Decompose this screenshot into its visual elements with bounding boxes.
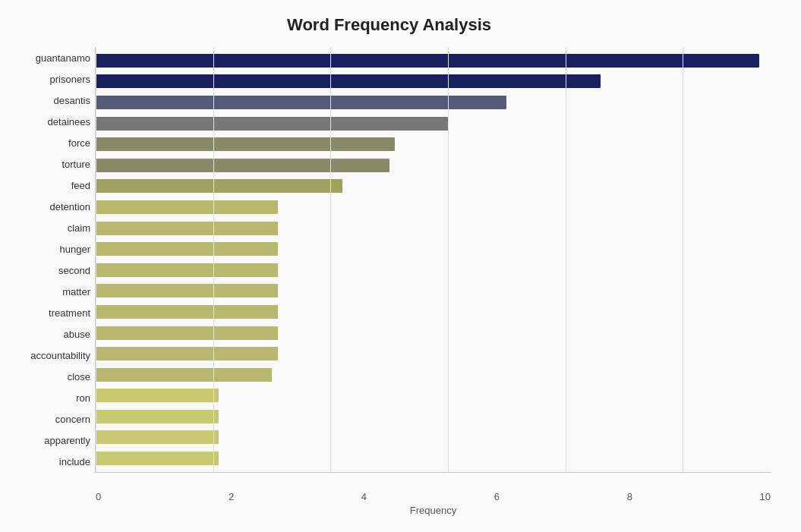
- bar-row: [96, 262, 771, 279]
- bar: [96, 242, 278, 256]
- bar: [96, 200, 278, 214]
- bar: [96, 117, 448, 131]
- y-axis-label: claim: [8, 223, 90, 233]
- y-axis-label: ron: [8, 393, 90, 403]
- bar: [96, 263, 278, 277]
- bar-row: [96, 157, 771, 174]
- grid-line: [566, 47, 566, 472]
- bar-row: [96, 115, 771, 132]
- y-axis-label: second: [8, 266, 90, 275]
- y-axis-label: detention: [8, 202, 90, 212]
- y-axis-label: close: [8, 372, 90, 382]
- bar: [96, 410, 219, 423]
- x-axis: 0246810: [96, 491, 771, 502]
- y-axis-label: prisoners: [8, 74, 90, 84]
- bars-wrapper: [96, 47, 771, 472]
- bar: [96, 54, 759, 68]
- y-axis-label: force: [8, 138, 90, 148]
- y-axis-labels: guantanamoprisonersdesantisdetaineesforc…: [8, 47, 95, 473]
- x-tick: 0: [96, 491, 101, 502]
- x-tick: 4: [361, 491, 367, 502]
- y-axis-label: include: [8, 457, 90, 467]
- y-axis-label: hunger: [8, 244, 90, 254]
- bar-row: [96, 178, 771, 194]
- y-axis-label: apparently: [8, 436, 90, 445]
- bar-row: [96, 94, 771, 111]
- bar-row: [96, 136, 771, 153]
- bar: [96, 74, 601, 88]
- y-axis-label: accountability: [8, 351, 90, 360]
- bar: [96, 430, 219, 444]
- y-axis-label: abuse: [8, 329, 90, 339]
- bar-row: [96, 429, 771, 445]
- bar-row: [96, 345, 771, 362]
- grid-line: [96, 47, 96, 472]
- y-axis-label: matter: [8, 287, 90, 297]
- bar: [96, 305, 278, 319]
- bar: [96, 284, 278, 297]
- grid-line: [213, 47, 214, 472]
- grid-line: [683, 47, 683, 472]
- chart-container: Word Frequency Analysis guantanamoprison…: [0, 0, 801, 532]
- x-tick: 2: [229, 491, 234, 502]
- bar-row: [96, 241, 771, 257]
- x-axis-label: Frequency: [410, 505, 456, 516]
- bar: [96, 452, 219, 465]
- bar: [96, 179, 342, 193]
- x-tick: 10: [760, 491, 771, 502]
- y-axis-label: torture: [8, 159, 90, 169]
- bar: [96, 368, 272, 382]
- grid-line: [330, 47, 331, 472]
- plot-area: 0246810 Frequency: [95, 47, 771, 473]
- bar-row: [96, 408, 771, 425]
- bar: [96, 159, 389, 172]
- y-axis-label: guantanamo: [8, 53, 90, 63]
- bar-row: [96, 325, 771, 342]
- bar-row: [96, 220, 771, 237]
- bar-row: [96, 73, 771, 90]
- bar: [96, 96, 506, 109]
- grid-line: [448, 47, 449, 472]
- bar-row: [96, 450, 771, 467]
- y-axis-label: feed: [8, 181, 90, 190]
- bar: [96, 222, 278, 235]
- bar-row: [96, 52, 771, 69]
- chart-title: Word Frequency Analysis: [8, 15, 771, 35]
- bar-row: [96, 282, 771, 299]
- y-axis-label: desantis: [8, 96, 90, 105]
- bar-row: [96, 199, 771, 216]
- x-tick: 6: [494, 491, 500, 502]
- bar: [96, 389, 219, 402]
- bar: [96, 326, 278, 340]
- bar: [96, 137, 395, 151]
- y-axis-label: detainees: [8, 117, 90, 127]
- bar-row: [96, 367, 771, 383]
- x-tick: 8: [627, 491, 632, 502]
- bar: [96, 347, 278, 360]
- y-axis-label: treatment: [8, 308, 90, 318]
- bar-row: [96, 387, 771, 404]
- bar-row: [96, 304, 771, 320]
- y-axis-label: concern: [8, 414, 90, 424]
- chart-area: guantanamoprisonersdesantisdetaineesforc…: [8, 47, 771, 473]
